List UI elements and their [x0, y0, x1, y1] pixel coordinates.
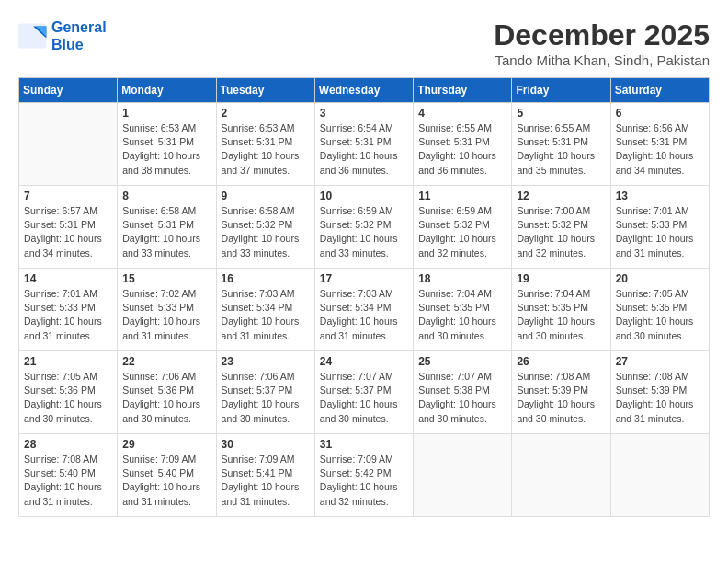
- day-number: 4: [418, 107, 506, 120]
- calendar-cell: 27Sunrise: 7:08 AMSunset: 5:39 PMDayligh…: [610, 351, 709, 434]
- day-number: 6: [616, 107, 704, 120]
- calendar-cell: 25Sunrise: 7:07 AMSunset: 5:38 PMDayligh…: [414, 351, 512, 434]
- calendar-cell: 19Sunrise: 7:04 AMSunset: 5:35 PMDayligh…: [512, 269, 610, 351]
- day-info: Sunrise: 7:07 AMSunset: 5:37 PMDaylight:…: [320, 370, 408, 426]
- calendar-cell: 24Sunrise: 7:07 AMSunset: 5:37 PMDayligh…: [314, 351, 413, 434]
- week-row-2: 7Sunrise: 6:57 AMSunset: 5:31 PMDaylight…: [19, 186, 710, 269]
- day-info: Sunrise: 7:00 AMSunset: 5:32 PMDaylight:…: [517, 204, 605, 260]
- day-number: 30: [222, 438, 310, 451]
- calendar-cell: 12Sunrise: 7:00 AMSunset: 5:32 PMDayligh…: [512, 186, 610, 269]
- day-number: 21: [24, 355, 112, 368]
- day-number: 2: [222, 107, 310, 120]
- day-number: 14: [24, 272, 112, 285]
- calendar-cell: 15Sunrise: 7:02 AMSunset: 5:33 PMDayligh…: [118, 269, 216, 351]
- day-info: Sunrise: 6:58 AMSunset: 5:31 PMDaylight:…: [122, 204, 210, 260]
- weekday-header-friday: Friday: [512, 78, 610, 103]
- weekday-header-saturday: Saturday: [610, 78, 709, 103]
- day-number: 31: [320, 438, 408, 451]
- calendar-cell: [19, 103, 118, 186]
- calendar-cell: 20Sunrise: 7:05 AMSunset: 5:35 PMDayligh…: [610, 269, 709, 351]
- calendar-cell: 31Sunrise: 7:09 AMSunset: 5:42 PMDayligh…: [314, 434, 413, 517]
- day-number: 15: [122, 272, 210, 285]
- day-number: 12: [517, 190, 605, 202]
- calendar-cell: 22Sunrise: 7:06 AMSunset: 5:36 PMDayligh…: [118, 351, 216, 434]
- calendar-cell: [610, 434, 709, 517]
- day-info: Sunrise: 7:09 AMSunset: 5:40 PMDaylight:…: [122, 453, 210, 509]
- calendar-cell: 17Sunrise: 7:03 AMSunset: 5:34 PMDayligh…: [314, 269, 413, 351]
- day-info: Sunrise: 7:09 AMSunset: 5:42 PMDaylight:…: [320, 453, 408, 509]
- day-number: 20: [616, 272, 704, 285]
- logo-line1: General: [51, 19, 107, 35]
- day-number: 24: [320, 355, 408, 368]
- calendar-cell: 29Sunrise: 7:09 AMSunset: 5:40 PMDayligh…: [118, 434, 216, 517]
- day-info: Sunrise: 7:02 AMSunset: 5:33 PMDaylight:…: [122, 287, 210, 343]
- day-info: Sunrise: 7:03 AMSunset: 5:34 PMDaylight:…: [222, 287, 310, 343]
- logo: General Blue: [18, 18, 107, 53]
- day-number: 16: [222, 272, 310, 285]
- day-number: 5: [517, 107, 605, 120]
- week-row-3: 14Sunrise: 7:01 AMSunset: 5:33 PMDayligh…: [19, 269, 710, 351]
- calendar-cell: 8Sunrise: 6:58 AMSunset: 5:31 PMDaylight…: [118, 186, 216, 269]
- weekday-header-monday: Monday: [118, 78, 216, 103]
- day-number: 25: [418, 355, 506, 368]
- calendar-cell: 7Sunrise: 6:57 AMSunset: 5:31 PMDaylight…: [19, 186, 118, 269]
- day-info: Sunrise: 7:06 AMSunset: 5:37 PMDaylight:…: [222, 370, 310, 426]
- calendar-cell: 18Sunrise: 7:04 AMSunset: 5:35 PMDayligh…: [414, 269, 512, 351]
- day-number: 27: [616, 355, 704, 368]
- calendar-cell: 6Sunrise: 6:56 AMSunset: 5:31 PMDaylight…: [610, 103, 709, 186]
- day-number: 19: [517, 272, 605, 285]
- day-number: 8: [122, 190, 210, 202]
- calendar-cell: 21Sunrise: 7:05 AMSunset: 5:36 PMDayligh…: [19, 351, 118, 434]
- day-number: 1: [122, 107, 210, 120]
- calendar-cell: 28Sunrise: 7:08 AMSunset: 5:40 PMDayligh…: [19, 434, 118, 517]
- day-number: 11: [418, 190, 506, 202]
- calendar-cell: [414, 434, 512, 517]
- calendar-cell: 11Sunrise: 6:59 AMSunset: 5:32 PMDayligh…: [414, 186, 512, 269]
- logo-text: General Blue: [51, 18, 107, 53]
- weekday-header-sunday: Sunday: [19, 78, 118, 103]
- day-info: Sunrise: 7:08 AMSunset: 5:39 PMDaylight:…: [616, 370, 704, 426]
- calendar-cell: 26Sunrise: 7:08 AMSunset: 5:39 PMDayligh…: [512, 351, 610, 434]
- day-info: Sunrise: 6:53 AMSunset: 5:31 PMDaylight:…: [222, 121, 310, 178]
- day-info: Sunrise: 7:07 AMSunset: 5:38 PMDaylight:…: [418, 370, 506, 426]
- day-info: Sunrise: 6:58 AMSunset: 5:32 PMDaylight:…: [222, 204, 310, 260]
- calendar-cell: 30Sunrise: 7:09 AMSunset: 5:41 PMDayligh…: [216, 434, 314, 517]
- calendar-cell: 4Sunrise: 6:55 AMSunset: 5:31 PMDaylight…: [414, 103, 512, 186]
- day-info: Sunrise: 7:05 AMSunset: 5:35 PMDaylight:…: [616, 287, 704, 343]
- calendar-cell: 9Sunrise: 6:58 AMSunset: 5:32 PMDaylight…: [216, 186, 314, 269]
- day-number: 17: [320, 272, 408, 285]
- weekday-header-wednesday: Wednesday: [314, 78, 413, 103]
- calendar-cell: 3Sunrise: 6:54 AMSunset: 5:31 PMDaylight…: [314, 103, 413, 186]
- day-number: 28: [24, 438, 112, 451]
- day-info: Sunrise: 6:53 AMSunset: 5:31 PMDaylight:…: [122, 121, 210, 178]
- day-info: Sunrise: 6:55 AMSunset: 5:31 PMDaylight:…: [517, 121, 605, 178]
- week-row-4: 21Sunrise: 7:05 AMSunset: 5:36 PMDayligh…: [19, 351, 710, 434]
- day-info: Sunrise: 6:59 AMSunset: 5:32 PMDaylight:…: [418, 204, 506, 260]
- day-info: Sunrise: 6:54 AMSunset: 5:31 PMDaylight:…: [320, 121, 408, 178]
- day-info: Sunrise: 7:08 AMSunset: 5:40 PMDaylight:…: [24, 453, 112, 509]
- week-row-1: 1Sunrise: 6:53 AMSunset: 5:31 PMDaylight…: [19, 103, 710, 186]
- day-info: Sunrise: 7:05 AMSunset: 5:36 PMDaylight:…: [24, 370, 112, 426]
- day-number: 13: [616, 190, 704, 202]
- page-header: General Blue December 2025 Tando Mitha K…: [18, 18, 710, 68]
- calendar-cell: 10Sunrise: 6:59 AMSunset: 5:32 PMDayligh…: [314, 186, 413, 269]
- title-block: December 2025 Tando Mitha Khan, Sindh, P…: [494, 18, 710, 68]
- calendar: SundayMondayTuesdayWednesdayThursdayFrid…: [18, 77, 710, 517]
- day-number: 29: [122, 438, 210, 451]
- logo-icon: [18, 23, 48, 49]
- calendar-cell: 1Sunrise: 6:53 AMSunset: 5:31 PMDaylight…: [118, 103, 216, 186]
- calendar-cell: 2Sunrise: 6:53 AMSunset: 5:31 PMDaylight…: [216, 103, 314, 186]
- weekday-header-thursday: Thursday: [414, 78, 512, 103]
- day-info: Sunrise: 7:04 AMSunset: 5:35 PMDaylight:…: [517, 287, 605, 343]
- day-info: Sunrise: 7:01 AMSunset: 5:33 PMDaylight:…: [616, 204, 704, 260]
- calendar-cell: 14Sunrise: 7:01 AMSunset: 5:33 PMDayligh…: [19, 269, 118, 351]
- day-number: 3: [320, 107, 408, 120]
- day-info: Sunrise: 7:08 AMSunset: 5:39 PMDaylight:…: [517, 370, 605, 426]
- day-info: Sunrise: 6:59 AMSunset: 5:32 PMDaylight:…: [320, 204, 408, 260]
- day-info: Sunrise: 6:57 AMSunset: 5:31 PMDaylight:…: [24, 204, 112, 260]
- day-info: Sunrise: 7:03 AMSunset: 5:34 PMDaylight:…: [320, 287, 408, 343]
- day-number: 22: [122, 355, 210, 368]
- calendar-cell: [512, 434, 610, 517]
- calendar-cell: 23Sunrise: 7:06 AMSunset: 5:37 PMDayligh…: [216, 351, 314, 434]
- day-info: Sunrise: 6:55 AMSunset: 5:31 PMDaylight:…: [418, 121, 506, 178]
